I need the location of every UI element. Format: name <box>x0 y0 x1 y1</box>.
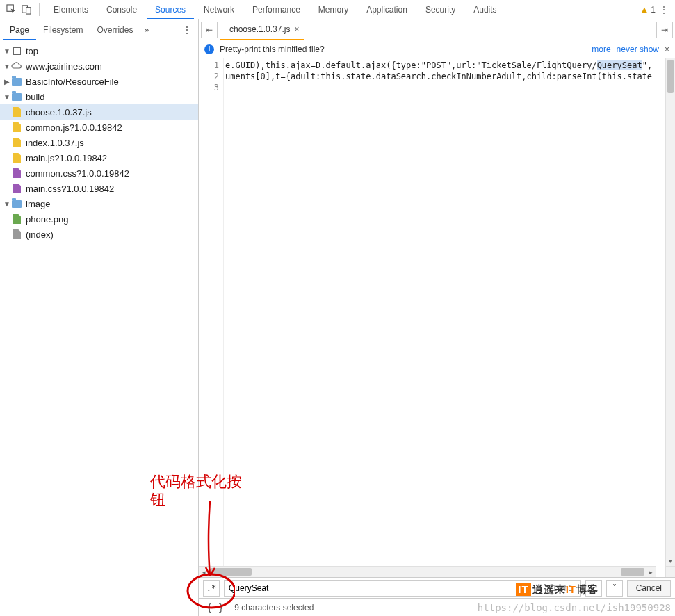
device-icon[interactable] <box>19 3 33 17</box>
find-bar: .* 1 of 1 ˄ ˅ Cancel <box>199 577 675 598</box>
warning-icon: ▲ <box>640 4 649 15</box>
file-tree: ▼top ▼www.jcairlines.com ▶BasicInfo/Reso… <box>0 40 198 616</box>
close-icon[interactable]: × <box>665 44 669 54</box>
pretty-print-infobar: i Pretty-print this minified file? more … <box>199 40 675 58</box>
js-file-icon <box>13 107 21 117</box>
navigator-sidebar: Page Filesystem Overrides » ⋮ ▼top ▼www.… <box>0 19 199 616</box>
tab-audits[interactable]: Audits <box>465 0 505 19</box>
js-file-icon <box>13 122 21 132</box>
separator <box>39 3 40 16</box>
warning-count: 1 <box>651 5 656 15</box>
tree-file[interactable]: common.css?1.0.0.19842 <box>0 165 198 181</box>
tree-file[interactable]: main.js?1.0.0.19842 <box>0 150 198 165</box>
tree-top[interactable]: ▼top <box>0 43 198 58</box>
find-prev-button[interactable]: ˄ <box>585 580 602 597</box>
editor-pane: ⇤ choose.1.0.37.js × ⇥ i Pretty-print th… <box>199 19 675 616</box>
folder-icon <box>12 78 22 86</box>
tab-elements[interactable]: Elements <box>45 0 97 19</box>
folder-icon <box>12 200 22 208</box>
tab-memory[interactable]: Memory <box>310 0 357 19</box>
close-icon[interactable]: × <box>294 24 299 34</box>
info-icon: i <box>204 44 214 54</box>
side-tab-filesystem[interactable]: Filesystem <box>36 19 90 40</box>
find-next-button[interactable]: ˅ <box>606 580 623 597</box>
tree-domain[interactable]: ▼www.jcairlines.com <box>0 58 198 74</box>
more-menu-icon[interactable]: ⋮ <box>657 5 671 15</box>
scroll-corner <box>665 566 675 577</box>
tab-sources[interactable]: Sources <box>147 0 194 19</box>
find-field[interactable]: 1 of 1 <box>224 580 581 597</box>
tree-top-label: top <box>26 46 38 56</box>
file-tab-bar: ⇤ choose.1.0.37.js × ⇥ <box>199 19 675 40</box>
document-icon <box>13 229 21 239</box>
folder-icon <box>12 93 22 101</box>
css-file-icon <box>13 184 21 193</box>
js-file-icon <box>13 153 21 163</box>
scroll-thumb[interactable] <box>621 568 644 576</box>
tree-file[interactable]: phone.png <box>0 211 198 227</box>
infobar-message: Pretty-print this minified file? <box>220 44 586 54</box>
side-tab-overrides[interactable]: Overrides <box>90 19 140 40</box>
tree-file[interactable]: common.js?1.0.0.19842 <box>0 120 198 135</box>
scroll-left-icon[interactable]: ◂ <box>199 567 209 577</box>
vertical-scrollbar[interactable]: ▴ ▾ <box>665 58 675 566</box>
tree-file-index[interactable]: (index) <box>0 227 198 242</box>
scroll-thumb[interactable] <box>667 60 674 93</box>
selection-status: 9 characters selected <box>234 603 314 613</box>
navigator-tabs: Page Filesystem Overrides » ⋮ <box>0 19 198 40</box>
search-highlight: QuerySeat <box>597 60 642 70</box>
scroll-right-icon[interactable]: ▸ <box>646 567 656 577</box>
side-tab-page[interactable]: Page <box>3 19 36 40</box>
domain-label: www.jcairlines.com <box>26 61 102 72</box>
tree-folder-build[interactable]: ▼build <box>0 89 198 104</box>
format-button[interactable]: { } <box>203 601 227 614</box>
tree-file-choose[interactable]: choose.1.0.37.js <box>0 104 198 120</box>
devtools-tabbar: Elements Console Sources Network Perform… <box>0 0 675 19</box>
nav-fwd-button[interactable]: ⇥ <box>656 22 673 38</box>
tab-application[interactable]: Application <box>358 0 416 19</box>
line-gutter: 1 2 3 <box>199 58 224 566</box>
tree-file[interactable]: index.1.0.37.js <box>0 135 198 150</box>
more-tabs-icon[interactable]: » <box>140 25 153 35</box>
infobar-never-link[interactable]: never show <box>617 44 659 54</box>
tab-performance[interactable]: Performance <box>244 0 309 19</box>
warnings-badge[interactable]: ▲1 <box>640 4 656 15</box>
status-bar: { } 9 characters selected <box>199 598 675 616</box>
find-count: 1 of 1 <box>550 583 576 593</box>
inspect-icon[interactable] <box>4 3 18 17</box>
svg-rect-2 <box>26 8 31 14</box>
horizontal-scrollbar[interactable]: ◂ ▸ <box>199 566 656 577</box>
cancel-button[interactable]: Cancel <box>627 580 671 597</box>
cloud-icon <box>11 60 22 72</box>
file-tab-active[interactable]: choose.1.0.37.js × <box>220 19 304 40</box>
scroll-thumb[interactable] <box>210 568 252 576</box>
css-file-icon <box>13 168 21 178</box>
tree-file[interactable]: main.css?1.0.0.19842 <box>0 181 198 196</box>
code-content[interactable]: e.GUID),this.ajax=D.default.ajax({type:"… <box>224 58 675 566</box>
tab-console[interactable]: Console <box>98 0 145 19</box>
code-editor[interactable]: 1 2 3 e.GUID),this.ajax=D.default.ajax({… <box>199 58 675 566</box>
regex-toggle[interactable]: .* <box>203 580 220 597</box>
js-file-icon <box>13 138 21 147</box>
infobar-more-link[interactable]: more <box>592 44 610 54</box>
find-input[interactable] <box>229 583 550 593</box>
tree-folder-basicinfo[interactable]: ▶BasicInfo/ResourceFile <box>0 74 198 89</box>
tab-security[interactable]: Security <box>417 0 464 19</box>
scroll-down-icon[interactable]: ▾ <box>666 556 675 566</box>
image-file-icon <box>13 214 21 224</box>
file-tab-label: choose.1.0.37.js <box>229 24 290 34</box>
tree-folder-image[interactable]: ▼image <box>0 196 198 211</box>
tab-network[interactable]: Network <box>195 0 243 19</box>
side-more-icon[interactable]: ⋮ <box>179 25 195 35</box>
nav-back-button[interactable]: ⇤ <box>201 22 218 38</box>
